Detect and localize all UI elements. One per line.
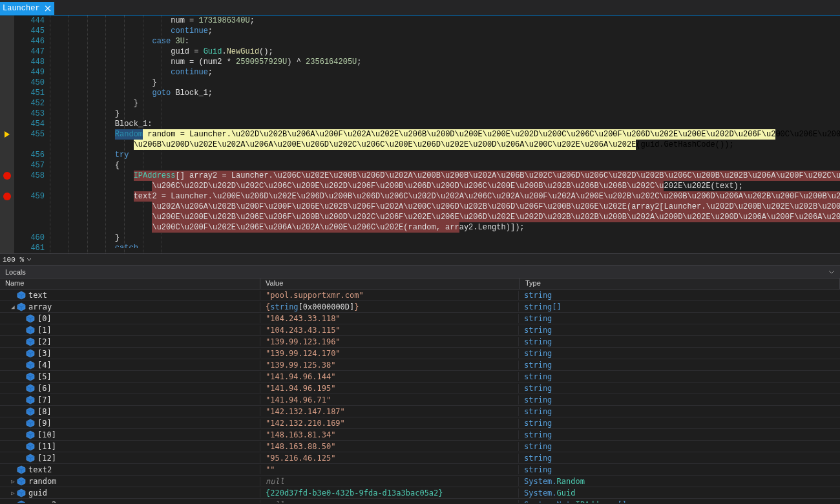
code-line[interactable]: \u202A\u206A\u202B\u200F\u200F\u206E\u20… <box>50 202 840 212</box>
locals-row[interactable]: text"pool.supportxmr.com"string <box>0 289 840 301</box>
var-value: "148.163.88.50" <box>260 442 519 451</box>
var-value: {220d37fd-b3e0-432b-9fda-d13a3bac05a2} <box>260 488 519 498</box>
expander-icon[interactable] <box>9 478 17 485</box>
variable-icon <box>17 465 26 474</box>
code-line[interactable]: \u200E\u200E\u202B\u206E\u206F\u200B\u20… <box>50 212 840 222</box>
col-header-name[interactable]: Name <box>0 278 260 289</box>
zoom-level[interactable]: 100 % <box>3 256 24 264</box>
var-name: [11] <box>37 442 56 451</box>
code-editor[interactable]: 4444454464474484494504514524534544554564… <box>0 16 840 253</box>
variable-icon <box>26 337 35 346</box>
locals-row[interactable]: array{string[0x0000000D]}string[] <box>0 301 840 313</box>
locals-row[interactable]: [6]"141.94.96.195"string <box>0 383 840 394</box>
locals-row[interactable]: array2nullSystem.Net.IPAddress[] <box>0 499 840 503</box>
variable-icon <box>17 302 26 311</box>
variable-icon <box>26 454 35 463</box>
var-value: "139.99.125.38" <box>260 361 519 370</box>
code-line[interactable]: } <box>50 78 157 88</box>
code-line[interactable]: Block_1: <box>50 119 152 129</box>
locals-row[interactable]: [3]"139.99.124.170"string <box>0 348 840 359</box>
variable-icon <box>26 395 35 404</box>
code-line[interactable]: \u200C\u200F\u202E\u206E\u206A\u202A\u20… <box>50 222 525 233</box>
var-value: "" <box>260 465 519 474</box>
var-type: string <box>519 337 645 346</box>
code-line[interactable]: num = (num2 * 2590957929U) ^ 2356164205U… <box>50 57 362 67</box>
var-name: text <box>28 291 47 300</box>
locals-row[interactable]: guid{220d37fd-b3e0-432b-9fda-d13a3bac05a… <box>0 487 840 499</box>
tab-bar: Launcher <box>0 0 840 16</box>
locals-row[interactable]: [12]"95.216.46.125"string <box>0 452 840 464</box>
variable-icon <box>26 361 35 370</box>
chevron-down-icon[interactable] <box>828 269 835 275</box>
locals-row[interactable]: [9]"142.132.210.169"string <box>0 417 840 429</box>
var-type: string <box>519 349 645 358</box>
locals-row[interactable]: [2]"139.99.123.196"string <box>0 336 840 348</box>
locals-body[interactable]: text"pool.supportxmr.com"stringarray{str… <box>0 289 840 503</box>
var-value: "141.94.96.71" <box>260 395 519 404</box>
var-value: null <box>260 500 519 503</box>
var-name: [10] <box>37 430 56 439</box>
var-type: string <box>519 326 645 335</box>
var-name: [3] <box>37 349 52 358</box>
code-line[interactable]: \u206C\u202D\u202D\u202C\u206C\u200E\u20… <box>50 181 743 191</box>
variable-icon <box>26 407 35 416</box>
code-line[interactable]: guid = Guid.NewGuid(); <box>50 47 273 57</box>
code-line[interactable]: try <box>50 150 129 160</box>
var-type: string <box>519 372 645 381</box>
chevron-down-icon[interactable] <box>26 257 32 262</box>
locals-row[interactable]: [8]"142.132.147.187"string <box>0 406 840 417</box>
variable-icon <box>26 430 35 439</box>
expander-icon[interactable] <box>9 304 17 310</box>
var-value: null <box>260 477 519 486</box>
code-line[interactable]: Random random = Launcher.\u202D\u202B\u2… <box>50 129 840 140</box>
locals-row[interactable]: [5]"141.94.96.144"string <box>0 371 840 383</box>
locals-row[interactable]: text2""string <box>0 464 840 476</box>
var-name: text2 <box>28 465 52 474</box>
var-type: string <box>519 384 645 393</box>
var-type: string <box>519 430 645 439</box>
margin-column <box>0 16 14 253</box>
variable-icon <box>17 488 26 498</box>
locals-row[interactable]: [10]"148.163.81.34"string <box>0 429 840 441</box>
breakpoint-icon[interactable] <box>3 193 11 200</box>
var-name: [2] <box>37 337 52 346</box>
code-line[interactable]: } <box>50 233 120 243</box>
var-value: {string[0x0000000D]} <box>260 302 519 311</box>
var-type: string <box>519 395 645 404</box>
variable-icon <box>26 419 35 428</box>
expander-icon[interactable] <box>9 490 17 496</box>
code-line[interactable]: { <box>50 160 120 171</box>
tab-launcher[interactable]: Launcher <box>0 2 54 15</box>
panel-options[interactable] <box>828 269 835 275</box>
code-line[interactable]: IPAddress[] array2 = Launcher.\u206C\u20… <box>50 171 840 181</box>
var-name: [1] <box>37 326 52 335</box>
var-name: [4] <box>37 361 52 370</box>
locals-row[interactable]: [11]"148.163.88.50"string <box>0 441 840 452</box>
code-line[interactable]: } <box>50 98 138 109</box>
locals-row[interactable]: [4]"139.99.125.38"string <box>0 359 840 371</box>
code-content[interactable]: num = 1731986340U; continue; case 3U: gu… <box>50 16 840 253</box>
col-header-value[interactable]: Value <box>260 278 520 289</box>
code-line[interactable]: continue; <box>50 67 213 78</box>
locals-panel-title: Locals <box>0 265 840 278</box>
locals-row[interactable]: randomnullSystem.Random <box>0 476 840 487</box>
col-header-type[interactable]: Type <box>520 278 840 289</box>
code-line[interactable]: case 3U: <box>50 36 189 47</box>
locals-row[interactable]: [1]"104.243.43.115"string <box>0 324 840 336</box>
variable-icon <box>26 372 35 381</box>
code-line[interactable]: catch <box>50 243 138 248</box>
close-icon[interactable] <box>44 5 52 12</box>
locals-row[interactable]: [0]"104.243.33.118"string <box>0 313 840 324</box>
code-line[interactable]: } <box>50 109 120 119</box>
code-line[interactable]: continue; <box>50 26 213 36</box>
line-number-gutter: 4444454464474484494504514524534544554564… <box>14 16 50 253</box>
variable-icon <box>26 442 35 451</box>
locals-row[interactable]: [7]"141.94.96.71"string <box>0 394 840 406</box>
code-line[interactable]: goto Block_1; <box>50 88 213 98</box>
var-type: string <box>519 314 645 323</box>
var-type: string <box>519 361 645 370</box>
code-line[interactable]: text2 = Launcher.\u200E\u206D\u202E\u206… <box>50 191 840 202</box>
code-line[interactable]: num = 1731986340U; <box>50 16 255 26</box>
breakpoint-icon[interactable] <box>3 172 11 180</box>
code-line[interactable]: \u206B\u200D\u202E\u202A\u206A\u200E\u20… <box>50 140 734 150</box>
